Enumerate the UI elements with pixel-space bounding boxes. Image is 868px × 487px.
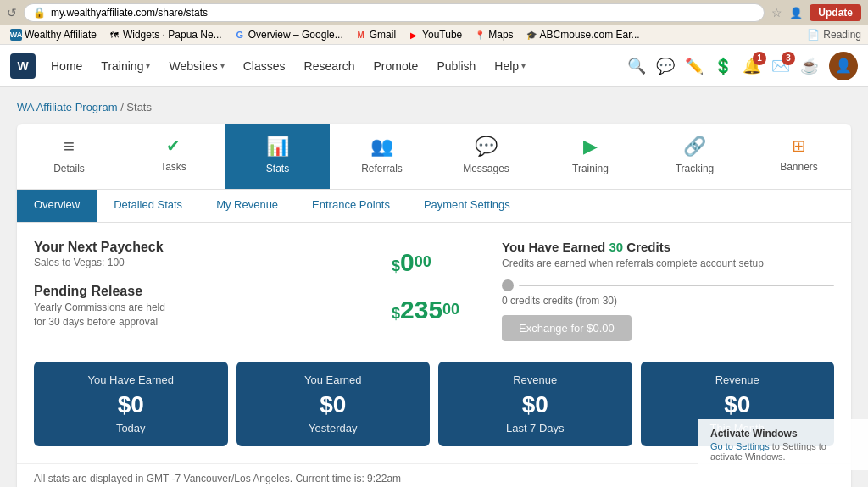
tab-tasks[interactable]: ✔ Tasks bbox=[121, 124, 225, 189]
tab-tracking-label: Tracking bbox=[676, 163, 715, 174]
tab-referrals[interactable]: 👥 Referrals bbox=[330, 124, 434, 189]
youtube-icon: ▶ bbox=[408, 29, 420, 41]
credits-slider[interactable] bbox=[502, 279, 834, 291]
stat-7days-title: Revenue bbox=[447, 374, 624, 386]
stat-yesterday-period: Yesterday bbox=[245, 422, 422, 434]
bookmark-google[interactable]: G Overview – Google... bbox=[231, 28, 347, 42]
address-bar: ↺ 🔒 my.wealthyaffiliate.com/share/stats … bbox=[0, 0, 868, 25]
tab-tasks-label: Tasks bbox=[160, 161, 186, 173]
wa-icon: WA bbox=[10, 29, 22, 41]
back-button[interactable]: ↺ bbox=[7, 6, 17, 19]
logo-letter: W bbox=[17, 59, 28, 73]
site-logo[interactable]: W bbox=[10, 53, 36, 79]
nav-training[interactable]: Training ▾ bbox=[92, 54, 159, 78]
tasks-icon: ✔ bbox=[166, 136, 181, 156]
bookmark-widgets-label: Widgets · Papua Ne... bbox=[123, 29, 222, 41]
breadcrumb-link[interactable]: WA Affiliate Program bbox=[17, 101, 118, 113]
bookmark-youtube-label: YouTube bbox=[422, 29, 462, 41]
bookmark-youtube[interactable]: ▶ YouTube bbox=[404, 28, 465, 42]
nav-classes-label: Classes bbox=[243, 59, 286, 73]
slider-thumb[interactable] bbox=[502, 279, 514, 291]
nav-training-label: Training bbox=[101, 59, 143, 73]
footer-text: All stats are displayed in GMT -7 Vancou… bbox=[34, 473, 401, 484]
avatar[interactable]: 👤 bbox=[829, 52, 858, 80]
gmail-icon: M bbox=[355, 29, 367, 41]
bookmark-abc[interactable]: 🎓 ABCmouse.com Ear... bbox=[522, 28, 643, 42]
bell-icon[interactable]: 🔔 1 bbox=[743, 57, 761, 75]
nav-home-label: Home bbox=[51, 59, 82, 73]
training-arrow-icon: ▾ bbox=[146, 61, 150, 70]
paycheck-section: Your Next Paycheck Sales to Vegas: 100 bbox=[34, 240, 366, 268]
stat-box-yesterday: You Earned $0 Yesterday bbox=[236, 362, 431, 446]
nav-publish[interactable]: Publish bbox=[428, 54, 484, 78]
tab-details[interactable]: ≡ Details bbox=[17, 124, 121, 189]
subtab-payment-label: Payment Settings bbox=[424, 198, 510, 211]
update-button[interactable]: Update bbox=[810, 4, 861, 21]
nav-help[interactable]: Help ▾ bbox=[486, 54, 534, 78]
tab-stats[interactable]: 📊 Stats bbox=[225, 124, 330, 189]
activate-windows-notice: Activate Windows Go to Settings to Setti… bbox=[698, 419, 868, 470]
subtab-entrance[interactable]: Entrance Points bbox=[295, 190, 407, 222]
bookmark-maps[interactable]: 📍 Maps bbox=[470, 28, 516, 42]
stats-left: Your Next Paycheck Sales to Vegas: 100 P… bbox=[34, 240, 366, 341]
stats-icon: 📊 bbox=[266, 136, 289, 158]
stat-7days-period: Last 7 Days bbox=[447, 422, 624, 434]
stat-box-7days: Revenue $0 Last 7 Days bbox=[438, 362, 632, 446]
nav-classes[interactable]: Classes bbox=[235, 54, 294, 78]
reading-label: Reading bbox=[823, 29, 861, 41]
subtab-detailed[interactable]: Detailed Stats bbox=[97, 190, 199, 222]
subtab-revenue[interactable]: My Revenue bbox=[199, 190, 295, 222]
pending-section: Pending Release Yearly Commissions are h… bbox=[34, 284, 366, 329]
bookmark-widgets[interactable]: 🗺 Widgets · Papua Ne... bbox=[105, 28, 225, 42]
subtab-payment[interactable]: Payment Settings bbox=[407, 190, 527, 222]
star-icon[interactable]: ☆ bbox=[771, 6, 782, 19]
edit-icon[interactable]: ✏️ bbox=[685, 57, 704, 75]
nav-help-label: Help bbox=[494, 59, 519, 73]
exchange-button[interactable]: Exchange for $0.00 bbox=[502, 315, 632, 341]
activate-sub: Go to Settings to Settings to activate W… bbox=[710, 441, 856, 462]
paycheck-sub: Sales to Vegas: 100 bbox=[34, 257, 366, 268]
tab-details-label: Details bbox=[53, 163, 85, 174]
credits-count: 30 bbox=[609, 240, 623, 254]
slider-line bbox=[519, 285, 834, 286]
stat-month-amount: $0 bbox=[649, 391, 826, 418]
tab-banners[interactable]: ⊞ Banners bbox=[747, 124, 851, 189]
nav-promote[interactable]: Promote bbox=[364, 54, 426, 78]
reading-button[interactable]: 📄 Reading bbox=[807, 29, 861, 41]
tab-tracking[interactable]: 🔗 Tracking bbox=[643, 124, 747, 189]
bookmark-abc-label: ABCmouse.com Ear... bbox=[540, 29, 640, 41]
dollar-icon[interactable]: 💲 bbox=[714, 57, 732, 75]
help-arrow-icon: ▾ bbox=[521, 61, 526, 70]
tab-messages[interactable]: 💬 Messages bbox=[434, 124, 538, 189]
stats-top-section: Your Next Paycheck Sales to Vegas: 100 P… bbox=[34, 240, 834, 341]
url-text: my.wealthyaffiliate.com/share/stats bbox=[51, 7, 208, 19]
google-icon: G bbox=[234, 29, 246, 41]
mail-icon[interactable]: ✉️ 3 bbox=[771, 57, 790, 75]
referrals-icon: 👥 bbox=[370, 136, 393, 158]
nav-websites[interactable]: Websites ▾ bbox=[160, 54, 232, 78]
subtab-overview[interactable]: Overview bbox=[17, 190, 97, 222]
bookmark-google-label: Overview – Google... bbox=[248, 29, 343, 41]
bookmark-gmail[interactable]: M Gmail bbox=[352, 28, 399, 42]
stat-7days-amount: $0 bbox=[447, 391, 624, 418]
breadcrumb: WA Affiliate Program / Stats bbox=[17, 101, 851, 113]
credits-title-suffix: Credits bbox=[623, 240, 670, 254]
tab-messages-label: Messages bbox=[463, 163, 509, 174]
nav-research[interactable]: Research bbox=[296, 54, 364, 78]
subtab-overview-label: Overview bbox=[34, 198, 80, 211]
maps-icon: 📍 bbox=[474, 29, 486, 41]
coffee-icon[interactable]: ☕ bbox=[800, 57, 819, 75]
pending-dollar: $ bbox=[392, 305, 400, 322]
url-box[interactable]: 🔒 my.wealthyaffiliate.com/share/stats bbox=[24, 3, 765, 22]
nav-websites-label: Websites bbox=[169, 59, 217, 73]
nav-home[interactable]: Home bbox=[42, 54, 91, 78]
lock-icon: 🔒 bbox=[33, 7, 46, 19]
activate-link[interactable]: Go to Settings bbox=[710, 441, 770, 451]
tab-training[interactable]: ▶ Training bbox=[538, 124, 643, 189]
search-icon[interactable]: 🔍 bbox=[627, 57, 646, 75]
subtab-revenue-label: My Revenue bbox=[216, 198, 278, 211]
bookmarks-right: 📄 Reading bbox=[807, 29, 861, 41]
bookmark-wa[interactable]: WA Wealthy Affiliate bbox=[7, 28, 100, 42]
chat-icon[interactable]: 💬 bbox=[656, 57, 675, 75]
pending-cents: 00 bbox=[442, 301, 459, 318]
